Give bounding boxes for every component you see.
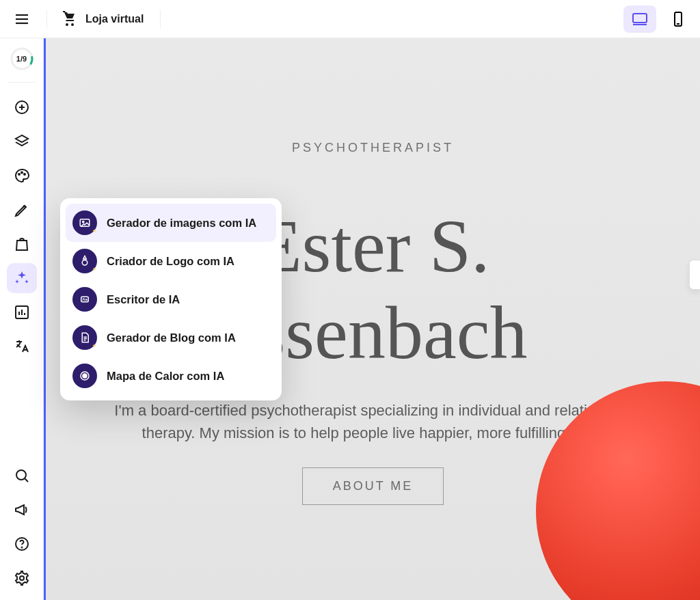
- sidebar-language-button[interactable]: [7, 331, 37, 362]
- svg-point-34: [83, 374, 87, 378]
- svg-point-20: [16, 470, 26, 480]
- sidebar-help-button[interactable]: [7, 529, 37, 559]
- ai-tools-menu: Gerador de imagens com IA Criador de Log…: [60, 198, 282, 400]
- shopping-bag-icon: [14, 236, 30, 252]
- heatmap-icon: [72, 364, 97, 388]
- sidebar-layers-button[interactable]: [7, 126, 37, 156]
- sidebar-announce-button[interactable]: [7, 495, 37, 525]
- desktop-view-button[interactable]: [623, 5, 656, 33]
- mobile-view-button[interactable]: [662, 5, 695, 33]
- svg-point-23: [21, 547, 22, 548]
- palette-icon: [14, 167, 30, 184]
- progress-label: 1/9: [8, 45, 36, 72]
- svg-point-24: [20, 576, 24, 580]
- megaphone-icon: [14, 502, 30, 518]
- ai-menu-item-logo-creator[interactable]: Criador de Logo com IA: [66, 242, 276, 280]
- ai-menu-item-image-generator[interactable]: Gerador de imagens com IA: [66, 204, 276, 242]
- translate-icon: [14, 338, 30, 355]
- svg-point-15: [24, 174, 25, 175]
- ai-menu-item-label: Mapa de Calor com IA: [107, 370, 224, 383]
- divider: [8, 82, 36, 83]
- image-generator-icon: [72, 210, 97, 235]
- svg-line-21: [25, 479, 28, 482]
- ai-menu-item-writer[interactable]: Aa Escritor de IA: [66, 280, 276, 318]
- help-circle-icon: [14, 536, 30, 552]
- ai-menu-item-label: Criador de Logo com IA: [107, 255, 234, 268]
- topbar-left: Loja virtual: [5, 3, 161, 36]
- divider: [160, 10, 161, 29]
- setup-progress-indicator[interactable]: 1/9: [8, 45, 36, 72]
- svg-rect-3: [633, 14, 647, 23]
- mobile-icon: [670, 11, 686, 27]
- hero-title-line1: Ester S.: [256, 204, 489, 288]
- ai-menu-item-blog-generator[interactable]: Gerador de Blog com IA: [66, 318, 276, 357]
- svg-marker-12: [16, 135, 28, 142]
- gear-icon: [14, 570, 30, 586]
- divider: [46, 10, 47, 29]
- desktop-icon: [632, 11, 648, 27]
- sidebar-analytics-button[interactable]: [7, 297, 37, 327]
- bar-chart-icon: [14, 304, 30, 321]
- logo-creator-icon: [72, 249, 97, 273]
- svg-point-13: [18, 174, 20, 175]
- sidebar-styles-button[interactable]: [7, 161, 37, 191]
- svg-point-26: [83, 221, 84, 222]
- pencil-icon: [14, 202, 30, 218]
- store-selector[interactable]: Loja virtual: [53, 11, 152, 27]
- ai-menu-item-label: Gerador de Blog com IA: [107, 331, 236, 344]
- sidebar-add-section-button[interactable]: [7, 92, 37, 122]
- hero-eyebrow[interactable]: PSYCHOTHERAPIST: [46, 141, 700, 155]
- store-name-label: Loja virtual: [85, 13, 144, 25]
- hero-description[interactable]: I'm a board-certified psychotherapist sp…: [113, 399, 633, 444]
- sparkles-icon: [14, 270, 30, 286]
- ai-writer-icon: Aa: [72, 287, 97, 312]
- blog-generator-icon: [72, 325, 97, 350]
- svg-point-14: [21, 172, 23, 174]
- ai-menu-item-label: Gerador de imagens com IA: [107, 217, 256, 230]
- sidebar-ai-tools-button[interactable]: [7, 263, 37, 293]
- sidebar-search-button[interactable]: [7, 461, 37, 491]
- svg-point-27: [82, 260, 88, 266]
- sidebar-store-button[interactable]: [7, 229, 37, 259]
- topbar-right: [623, 5, 695, 33]
- sidebar-settings-button[interactable]: [7, 563, 37, 593]
- ai-menu-item-label: Escritor de IA: [107, 293, 180, 306]
- svg-text:Aa: Aa: [82, 297, 88, 301]
- layers-icon: [14, 133, 30, 150]
- search-icon: [14, 467, 30, 484]
- topbar: Loja virtual: [0, 0, 700, 38]
- hamburger-icon: [14, 11, 30, 27]
- about-me-button[interactable]: ABOUT ME: [302, 467, 444, 505]
- hamburger-menu-button[interactable]: [5, 3, 38, 36]
- plus-circle-icon: [14, 99, 30, 115]
- cart-icon: [61, 11, 77, 27]
- left-sidebar: 1/9: [0, 38, 44, 600]
- sidebar-edit-button[interactable]: [7, 195, 37, 225]
- ai-menu-item-heatmap[interactable]: Mapa de Calor com IA: [66, 357, 276, 395]
